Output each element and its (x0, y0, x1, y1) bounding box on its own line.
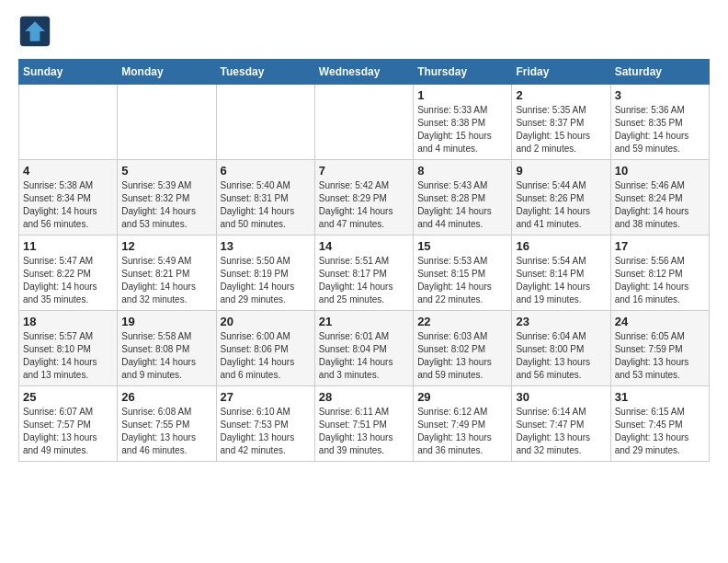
day-info: Sunrise: 6:01 AM Sunset: 8:04 PM Dayligh… (319, 330, 409, 382)
day-number: 5 (121, 164, 211, 178)
calendar-day-cell (216, 85, 314, 160)
day-number: 29 (417, 390, 507, 404)
day-number: 20 (221, 315, 311, 328)
day-info: Sunrise: 5:39 AM Sunset: 8:32 PM Dayligh… (121, 179, 211, 231)
day-info: Sunrise: 6:07 AM Sunset: 7:57 PM Dayligh… (23, 406, 113, 457)
day-number: 9 (516, 164, 606, 178)
day-number: 30 (516, 390, 606, 404)
day-info: Sunrise: 6:15 AM Sunset: 7:45 PM Dayligh… (615, 406, 705, 457)
day-number: 15 (417, 239, 507, 253)
day-info: Sunrise: 6:11 AM Sunset: 7:51 PM Dayligh… (319, 406, 409, 457)
day-info: Sunrise: 5:33 AM Sunset: 8:38 PM Dayligh… (417, 104, 507, 155)
day-number: 1 (417, 88, 507, 102)
day-number: 22 (417, 315, 507, 328)
day-info: Sunrise: 5:43 AM Sunset: 8:28 PM Dayligh… (417, 179, 507, 231)
calendar-day-cell: 17Sunrise: 5:56 AM Sunset: 8:12 PM Dayli… (610, 236, 709, 311)
day-info: Sunrise: 5:57 AM Sunset: 8:10 PM Dayligh… (23, 330, 113, 382)
day-number: 31 (615, 390, 705, 404)
calendar-week-row: 4Sunrise: 5:38 AM Sunset: 8:34 PM Daylig… (19, 160, 710, 236)
day-info: Sunrise: 6:04 AM Sunset: 8:00 PM Dayligh… (516, 330, 606, 382)
logo-icon (18, 15, 51, 48)
calendar-day-cell: 14Sunrise: 5:51 AM Sunset: 8:17 PM Dayli… (314, 236, 413, 311)
calendar-day-cell: 5Sunrise: 5:39 AM Sunset: 8:32 PM Daylig… (118, 160, 216, 236)
calendar-day-cell: 29Sunrise: 6:12 AM Sunset: 7:49 PM Dayli… (414, 386, 512, 462)
calendar-day-cell: 26Sunrise: 6:08 AM Sunset: 7:55 PM Dayli… (118, 386, 216, 462)
day-number: 7 (319, 164, 409, 178)
day-number: 16 (516, 239, 606, 253)
day-info: Sunrise: 5:51 AM Sunset: 8:17 PM Dayligh… (319, 255, 409, 306)
calendar-day-cell: 3Sunrise: 5:36 AM Sunset: 8:35 PM Daylig… (610, 85, 709, 160)
calendar-day-cell: 31Sunrise: 6:15 AM Sunset: 7:45 PM Dayli… (610, 386, 709, 462)
day-number: 8 (417, 164, 507, 178)
day-number: 19 (121, 315, 211, 328)
day-number: 11 (23, 239, 113, 253)
day-number: 2 (516, 88, 606, 102)
calendar-day-cell: 28Sunrise: 6:11 AM Sunset: 7:51 PM Dayli… (314, 386, 413, 462)
day-info: Sunrise: 6:14 AM Sunset: 7:47 PM Dayligh… (516, 406, 606, 457)
calendar-day-header: Tuesday (216, 60, 314, 85)
day-info: Sunrise: 5:36 AM Sunset: 8:35 PM Dayligh… (615, 104, 705, 155)
day-info: Sunrise: 5:42 AM Sunset: 8:29 PM Dayligh… (319, 179, 409, 231)
calendar-day-cell: 4Sunrise: 5:38 AM Sunset: 8:34 PM Daylig… (19, 160, 118, 236)
calendar-day-cell: 9Sunrise: 5:44 AM Sunset: 8:26 PM Daylig… (512, 160, 610, 236)
header (18, 15, 710, 48)
page: SundayMondayTuesdayWednesdayThursdayFrid… (0, 0, 728, 477)
day-number: 24 (615, 315, 705, 328)
day-info: Sunrise: 5:50 AM Sunset: 8:19 PM Dayligh… (221, 255, 311, 306)
calendar-day-cell: 11Sunrise: 5:47 AM Sunset: 8:22 PM Dayli… (19, 236, 118, 311)
day-number: 4 (23, 164, 113, 178)
calendar-day-header: Thursday (414, 60, 512, 85)
calendar-day-cell: 15Sunrise: 5:53 AM Sunset: 8:15 PM Dayli… (414, 236, 512, 311)
calendar-week-row: 25Sunrise: 6:07 AM Sunset: 7:57 PM Dayli… (19, 386, 710, 462)
calendar-day-cell (314, 85, 413, 160)
day-info: Sunrise: 5:56 AM Sunset: 8:12 PM Dayligh… (615, 255, 705, 306)
calendar-day-header: Friday (512, 60, 610, 85)
calendar-day-cell: 10Sunrise: 5:46 AM Sunset: 8:24 PM Dayli… (610, 160, 709, 236)
calendar-day-cell: 30Sunrise: 6:14 AM Sunset: 7:47 PM Dayli… (512, 386, 610, 462)
day-info: Sunrise: 6:03 AM Sunset: 8:02 PM Dayligh… (417, 330, 507, 382)
calendar-day-cell: 18Sunrise: 5:57 AM Sunset: 8:10 PM Dayli… (19, 311, 118, 386)
day-info: Sunrise: 5:44 AM Sunset: 8:26 PM Dayligh… (516, 179, 606, 231)
calendar-day-cell: 24Sunrise: 6:05 AM Sunset: 7:59 PM Dayli… (610, 311, 709, 386)
day-number: 21 (319, 315, 409, 328)
day-number: 18 (23, 315, 113, 328)
calendar-day-header: Sunday (19, 60, 118, 85)
calendar-day-cell: 19Sunrise: 5:58 AM Sunset: 8:08 PM Dayli… (118, 311, 216, 386)
calendar-week-row: 1Sunrise: 5:33 AM Sunset: 8:38 PM Daylig… (19, 85, 710, 160)
calendar-header-row: SundayMondayTuesdayWednesdayThursdayFrid… (19, 60, 710, 85)
day-info: Sunrise: 5:58 AM Sunset: 8:08 PM Dayligh… (121, 330, 211, 382)
calendar-day-cell: 7Sunrise: 5:42 AM Sunset: 8:29 PM Daylig… (314, 160, 413, 236)
calendar-day-header: Monday (118, 60, 216, 85)
calendar-table: SundayMondayTuesdayWednesdayThursdayFrid… (18, 59, 710, 462)
day-info: Sunrise: 5:53 AM Sunset: 8:15 PM Dayligh… (417, 255, 507, 306)
day-info: Sunrise: 6:10 AM Sunset: 7:53 PM Dayligh… (221, 406, 311, 457)
day-number: 27 (221, 390, 311, 404)
day-number: 12 (121, 239, 211, 253)
day-info: Sunrise: 5:47 AM Sunset: 8:22 PM Dayligh… (23, 255, 113, 306)
day-number: 26 (121, 390, 211, 404)
logo (18, 15, 55, 48)
calendar-day-cell: 27Sunrise: 6:10 AM Sunset: 7:53 PM Dayli… (216, 386, 314, 462)
calendar-day-cell: 23Sunrise: 6:04 AM Sunset: 8:00 PM Dayli… (512, 311, 610, 386)
calendar-day-cell: 16Sunrise: 5:54 AM Sunset: 8:14 PM Dayli… (512, 236, 610, 311)
calendar-week-row: 11Sunrise: 5:47 AM Sunset: 8:22 PM Dayli… (19, 236, 710, 311)
day-info: Sunrise: 5:35 AM Sunset: 8:37 PM Dayligh… (516, 104, 606, 155)
calendar-day-cell: 12Sunrise: 5:49 AM Sunset: 8:21 PM Dayli… (118, 236, 216, 311)
calendar-day-cell: 20Sunrise: 6:00 AM Sunset: 8:06 PM Dayli… (216, 311, 314, 386)
day-number: 23 (516, 315, 606, 328)
day-info: Sunrise: 6:05 AM Sunset: 7:59 PM Dayligh… (615, 330, 705, 382)
day-info: Sunrise: 6:00 AM Sunset: 8:06 PM Dayligh… (221, 330, 311, 382)
day-number: 28 (319, 390, 409, 404)
day-number: 17 (615, 239, 705, 253)
day-number: 10 (615, 164, 705, 178)
day-number: 3 (615, 88, 705, 102)
calendar-day-cell: 25Sunrise: 6:07 AM Sunset: 7:57 PM Dayli… (19, 386, 118, 462)
calendar-day-cell: 8Sunrise: 5:43 AM Sunset: 8:28 PM Daylig… (414, 160, 512, 236)
calendar-day-cell: 22Sunrise: 6:03 AM Sunset: 8:02 PM Dayli… (414, 311, 512, 386)
calendar-day-header: Wednesday (314, 60, 413, 85)
day-info: Sunrise: 5:49 AM Sunset: 8:21 PM Dayligh… (121, 255, 211, 306)
calendar-week-row: 18Sunrise: 5:57 AM Sunset: 8:10 PM Dayli… (19, 311, 710, 386)
calendar-day-cell (118, 85, 216, 160)
day-number: 13 (221, 239, 311, 253)
day-info: Sunrise: 5:46 AM Sunset: 8:24 PM Dayligh… (615, 179, 705, 231)
